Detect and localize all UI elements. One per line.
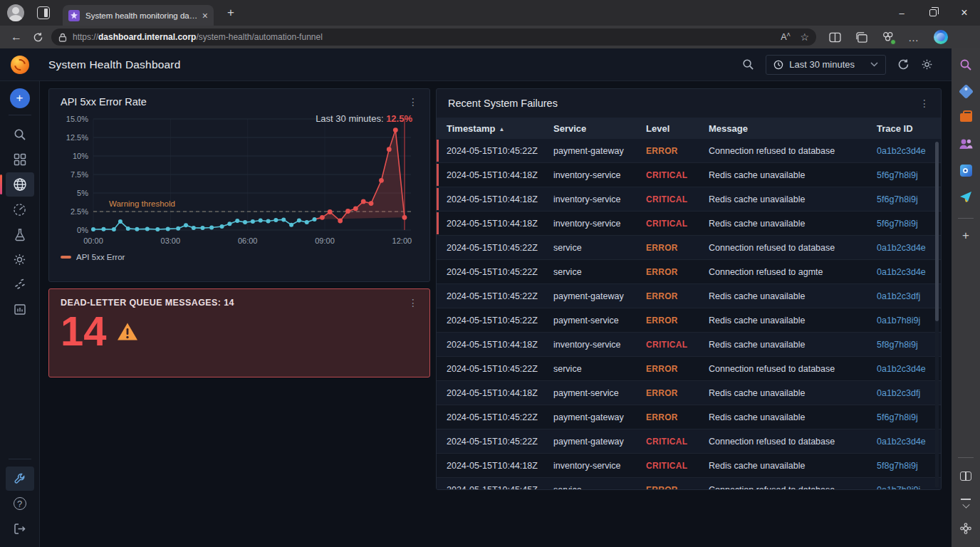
gauge-icon — [13, 203, 26, 217]
trace-link[interactable]: 0a1b2c3d4e — [877, 267, 931, 277]
service-cell: inventory-service — [553, 340, 646, 350]
tools-icon[interactable] — [958, 110, 974, 125]
trace-link[interactable]: 0a1b7h8i9j — [877, 485, 931, 491]
trace-link[interactable]: 0a1b2c3d4e — [877, 146, 931, 156]
sidebar-item-reports[interactable] — [6, 297, 34, 321]
copilot-icon[interactable] — [934, 30, 948, 44]
sidebar-item-active-globe[interactable] — [6, 172, 34, 197]
trace-link[interactable]: 5f8g7h8i9j — [877, 340, 931, 350]
table-row[interactable]: 2024-05-15T10:45:22ZserviceERRORConnecti… — [437, 260, 941, 284]
create-button[interactable]: + — [10, 88, 30, 108]
table-row[interactable]: 2024-05-15T10:45:22Zpayment-gatewayERROR… — [437, 284, 941, 308]
tab-title: System health monitoring da… — [85, 11, 198, 20]
sidebar-settings-icon[interactable] — [958, 521, 974, 536]
grafana-logo[interactable] — [11, 56, 29, 74]
svg-text:2.5%: 2.5% — [71, 207, 88, 216]
sidebar-item-admin-tools[interactable] — [6, 467, 34, 491]
trace-link[interactable]: 0a1b2c3d4e — [877, 243, 931, 253]
table-row[interactable]: 2024-05-15T10:45:22Zpayment-gatewayCRITI… — [437, 429, 941, 454]
table-row[interactable]: 2024-05-15T10:44:18Zinventory-serviceCRI… — [437, 187, 941, 212]
timestamp-cell: 2024-05-15T10:45:22Z — [447, 146, 553, 156]
trace-link[interactable]: 5f6g7h8i9j — [877, 219, 931, 229]
trace-link[interactable]: 5f8g7h8i9j — [877, 461, 931, 471]
col-trace[interactable]: Trace ID — [877, 123, 931, 134]
sidebar-item-alerting[interactable] — [6, 197, 34, 222]
trace-link[interactable]: 0a1b2c3d4e — [877, 364, 931, 374]
sidebar-item-signout[interactable] — [6, 516, 34, 541]
sidebar-item-help[interactable]: ? — [6, 491, 34, 516]
people-icon[interactable] — [958, 136, 974, 152]
chevron-down-icon — [870, 62, 878, 67]
table-row[interactable]: 2024-05-15T10:45:22Zpayment-serviceERROR… — [437, 308, 941, 333]
table-scrollbar-thumb[interactable] — [935, 142, 939, 321]
panel-menu-icon[interactable]: ⋮ — [408, 97, 418, 107]
table-row[interactable]: 2024-05-15T10:45:22Zpayment-gatewayERROR… — [437, 139, 941, 163]
tab-close-icon[interactable]: × — [202, 10, 208, 21]
col-message[interactable]: Message — [709, 123, 877, 134]
sidebar-item-plugins[interactable] — [6, 272, 34, 296]
dashboard-search-icon[interactable] — [742, 58, 754, 71]
level-badge: CRITICAL — [646, 437, 709, 447]
close-button[interactable]: × — [949, 0, 980, 26]
table-row[interactable]: 2024-05-15T10:45:22ZserviceERRORConnecti… — [437, 236, 941, 260]
dashboard-settings-icon[interactable] — [921, 58, 933, 71]
minimize-button[interactable]: – — [886, 0, 917, 26]
panel-menu-icon[interactable]: ⋮ — [919, 98, 929, 108]
settings-more-icon[interactable]: … — [908, 31, 919, 43]
level-badge: CRITICAL — [646, 219, 709, 229]
failures-rows: 2024-05-15T10:45:22Zpayment-gatewayERROR… — [437, 139, 941, 490]
trace-link[interactable]: 0a1b7h8i9j — [877, 316, 931, 325]
table-row[interactable]: 2024-05-15T10:44:18Zinventory-serviceCRI… — [437, 333, 941, 357]
table-row[interactable]: 2024-05-15T10:45:45ZserviceERRORConnecti… — [437, 478, 941, 490]
back-button[interactable]: ← — [6, 31, 27, 43]
read-aloud-icon[interactable]: Aᐱ — [781, 32, 790, 42]
time-range-picker[interactable]: Last 30 minutes — [766, 55, 886, 75]
trace-link[interactable]: 0a1b2c3d4e — [877, 437, 931, 447]
new-tab-button[interactable]: + — [222, 6, 239, 20]
sidebar-item-dashboards[interactable] — [6, 147, 34, 172]
trace-link[interactable]: 0a1b2c3dfj — [877, 388, 931, 398]
trace-link[interactable]: 5f6g7h8i9j — [877, 170, 931, 180]
col-level[interactable]: Level — [646, 123, 709, 134]
workspaces-icon[interactable] — [37, 6, 50, 19]
restore-button[interactable] — [917, 0, 949, 26]
table-scrollbar[interactable] — [935, 142, 939, 488]
split-screen-icon[interactable] — [829, 32, 841, 43]
time-range-label: Last 30 minutes — [789, 59, 855, 70]
shopping-icon[interactable] — [958, 83, 974, 99]
open-sidebar-pane-icon[interactable] — [958, 468, 974, 484]
favorite-star-icon[interactable]: ☆ — [800, 31, 809, 43]
extensions-icon[interactable] — [882, 31, 894, 43]
table-row[interactable]: 2024-05-15T10:44:18Zinventory-serviceCRI… — [437, 163, 941, 187]
col-timestamp[interactable]: Timestamp▲ — [447, 123, 553, 134]
trace-link[interactable]: 5f6g7h8i9j — [877, 194, 931, 204]
sidebar-item-explore[interactable] — [6, 222, 34, 246]
refresh-dashboard-icon[interactable] — [897, 58, 909, 71]
hide-sidebar-icon[interactable] — [958, 494, 974, 510]
refresh-button[interactable] — [27, 32, 48, 43]
table-row[interactable]: 2024-05-15T10:44:18Zinventory-serviceCRI… — [437, 454, 941, 478]
sidebar-search-icon[interactable] — [958, 57, 974, 73]
restore-icon — [929, 9, 937, 16]
games-icon[interactable] — [958, 162, 974, 178]
browser-tab[interactable]: System health monitoring da… × — [63, 5, 214, 26]
table-row[interactable]: 2024-05-15T10:44:18Zpayment-serviceERROR… — [437, 381, 941, 405]
address-bar[interactable]: https://dashboard.internal.corp/system-h… — [51, 28, 816, 46]
table-row[interactable]: 2024-05-15T10:45:22Zpayment-gatewayERROR… — [437, 405, 941, 429]
service-cell: payment-gateway — [553, 146, 646, 156]
panel-menu-icon[interactable]: ⋮ — [408, 298, 418, 308]
customize-sidebar-button[interactable]: + — [962, 229, 969, 243]
sidebar-item-search[interactable] — [6, 123, 34, 147]
service-cell: payment-gateway — [553, 291, 646, 301]
trace-link[interactable]: 0a1b2c3dfj — [877, 291, 931, 301]
sidebar-divider-bottom — [9, 459, 31, 459]
profile-avatar[interactable] — [7, 4, 24, 21]
sidebar-item-configuration[interactable] — [6, 247, 34, 271]
collections-icon[interactable] — [855, 32, 867, 43]
trace-link[interactable]: 5f6g7h8i9j — [877, 412, 931, 422]
table-row[interactable]: 2024-05-15T10:44:18Zinventory-serviceCRI… — [437, 212, 941, 236]
drop-icon[interactable] — [958, 189, 974, 204]
url-text: https://dashboard.internal.corp/system-h… — [73, 32, 781, 42]
col-service[interactable]: Service — [553, 123, 646, 134]
table-row[interactable]: 2024-05-15T10:45:22ZserviceERRORConnecti… — [437, 357, 941, 381]
